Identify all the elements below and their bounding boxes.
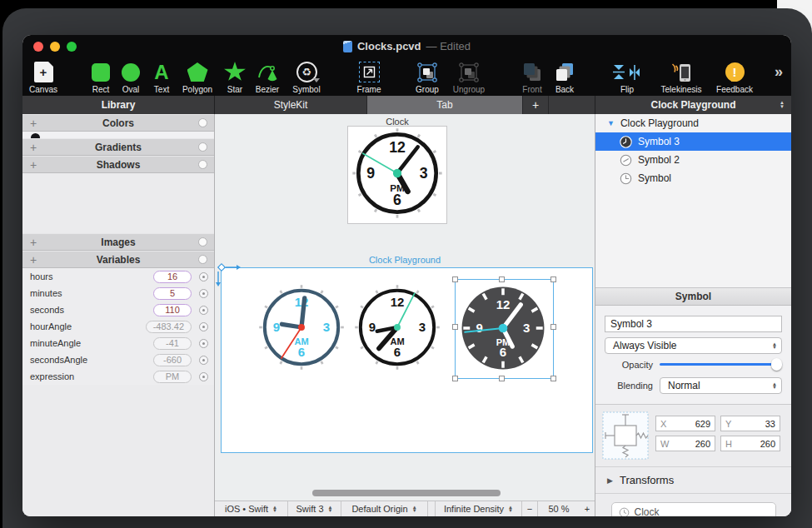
section-radio-icon[interactable] bbox=[198, 237, 207, 247]
section-radio-icon[interactable] bbox=[198, 160, 207, 169]
variable-value-field[interactable]: PM bbox=[153, 371, 192, 383]
springs-struts-widget[interactable] bbox=[602, 411, 649, 460]
add-shadow-button[interactable]: + bbox=[30, 159, 37, 171]
resize-handle[interactable] bbox=[499, 376, 505, 381]
drawing-picker-dropdown[interactable]: Clock bbox=[611, 502, 776, 516]
variable-row-secondsangle: secondsAngle -660 bbox=[22, 351, 214, 368]
toolbar-canvas[interactable]: + Canvas bbox=[22, 61, 71, 94]
library-section-gradients[interactable]: + Gradients bbox=[22, 138, 214, 156]
zoom-out-button[interactable]: − bbox=[522, 501, 538, 516]
zoom-in-button[interactable]: + bbox=[580, 501, 595, 516]
variable-value-field[interactable]: 5 bbox=[153, 287, 192, 300]
svg-text:3: 3 bbox=[323, 320, 330, 334]
toolbar-back[interactable]: Back bbox=[537, 61, 592, 94]
disclosure-open-icon[interactable]: ▼ bbox=[607, 119, 615, 127]
horizontal-scrollbar[interactable] bbox=[312, 490, 501, 496]
library-section-shadows[interactable]: + Shadows bbox=[22, 156, 214, 173]
variable-value-field[interactable]: -483.42 bbox=[146, 321, 192, 333]
add-tab-button[interactable]: + bbox=[523, 96, 549, 114]
transforms-disclosure[interactable]: ▶ Transforms bbox=[595, 466, 791, 493]
opacity-slider[interactable] bbox=[660, 358, 782, 371]
language-picker[interactable]: Swift 3 ▲▼ bbox=[288, 501, 341, 516]
variable-target-icon[interactable] bbox=[199, 289, 208, 298]
variable-target-icon[interactable] bbox=[199, 272, 208, 281]
playground-label[interactable]: Clock Playground bbox=[215, 255, 595, 265]
variable-value-field[interactable]: 16 bbox=[153, 271, 192, 283]
zoom-level[interactable]: 50 % bbox=[538, 501, 580, 516]
canvas-picker-stepper-icon[interactable]: ▲▼ bbox=[780, 101, 785, 109]
x-position-field[interactable]: X629 bbox=[655, 416, 715, 431]
symbol-name-field[interactable]: Symbol 3 bbox=[605, 316, 782, 332]
telekinesis-phone-icon bbox=[670, 61, 692, 83]
svg-text:6: 6 bbox=[298, 345, 305, 359]
clock-playground-canvas[interactable]: 12369AM 12369AM 12369PM bbox=[221, 267, 593, 453]
clock-artboard[interactable]: 12369PM bbox=[347, 126, 447, 224]
tree-item-symbol-3[interactable]: Symbol 3 bbox=[595, 132, 791, 151]
section-radio-icon[interactable] bbox=[198, 142, 207, 152]
toolbar-telekinesis[interactable]: Telekinesis bbox=[654, 61, 709, 94]
tree-item-symbol-2[interactable]: Symbol 2 bbox=[595, 151, 791, 169]
density-picker[interactable]: Infinite Density ▲▼ bbox=[436, 501, 522, 516]
clock-symbol-icon bbox=[620, 154, 632, 167]
clock-symbol-icon bbox=[619, 507, 630, 517]
stepper-icon: ▲▼ bbox=[772, 342, 777, 350]
platform-picker[interactable]: iOS • Swift ▲▼ bbox=[215, 501, 288, 516]
tab-tab[interactable]: Tab bbox=[367, 96, 523, 114]
tree-item-clock-playground[interactable]: ▼ Clock Playground bbox=[595, 114, 791, 132]
width-field[interactable]: W260 bbox=[655, 436, 715, 451]
height-field[interactable]: H260 bbox=[720, 436, 780, 451]
overflow-chevron-icon: » bbox=[775, 63, 783, 81]
playground-clock-2[interactable]: 12369AM bbox=[353, 283, 441, 371]
blending-dropdown[interactable]: Normal ▲▼ bbox=[660, 377, 782, 394]
clock-drawing[interactable]: 12369PM bbox=[351, 127, 444, 223]
variable-value-field[interactable]: 110 bbox=[153, 304, 192, 316]
resize-handle[interactable] bbox=[452, 324, 458, 330]
resize-handle[interactable] bbox=[550, 324, 556, 330]
svg-text:6: 6 bbox=[393, 192, 401, 208]
variable-value-field[interactable]: -660 bbox=[153, 354, 192, 366]
color-swatch-row[interactable] bbox=[22, 132, 214, 138]
toolbar-flip[interactable]: Flip bbox=[600, 61, 655, 94]
toolbar-overflow[interactable]: » bbox=[751, 61, 791, 83]
variable-target-icon[interactable] bbox=[199, 356, 208, 365]
add-image-button[interactable]: + bbox=[30, 237, 37, 248]
y-position-field[interactable]: Y33 bbox=[720, 416, 780, 431]
toolbar-ungroup[interactable]: Ungroup bbox=[441, 61, 496, 94]
slider-knob[interactable] bbox=[771, 358, 782, 371]
resize-handle[interactable] bbox=[452, 276, 458, 282]
canvas-icon: + bbox=[34, 62, 53, 82]
variable-target-icon[interactable] bbox=[199, 339, 208, 348]
library-section-variables[interactable]: + Variables bbox=[22, 251, 214, 268]
send-to-back-icon bbox=[554, 61, 575, 83]
toolbar-frame[interactable]: Frame bbox=[341, 61, 396, 94]
resize-handle[interactable] bbox=[550, 376, 556, 381]
tree-item-symbol[interactable]: Symbol bbox=[595, 169, 791, 187]
add-gradient-button[interactable]: + bbox=[30, 142, 37, 153]
resize-handle[interactable] bbox=[499, 276, 505, 282]
resize-handle[interactable] bbox=[452, 376, 458, 381]
library-section-colors[interactable]: + Colors bbox=[22, 114, 214, 132]
resize-handle[interactable] bbox=[550, 276, 556, 282]
variable-value-field[interactable]: -41 bbox=[153, 337, 192, 350]
variable-target-icon[interactable] bbox=[199, 322, 208, 331]
tab-stylekit[interactable]: StyleKit bbox=[215, 96, 367, 114]
origin-arrows-icon bbox=[215, 260, 247, 293]
toolbar-symbol[interactable]: ♻ Symbol bbox=[279, 61, 334, 94]
playground-clock-1[interactable]: 12369AM bbox=[257, 283, 346, 371]
section-radio-icon[interactable] bbox=[198, 118, 207, 127]
library-section-images[interactable]: + Images bbox=[22, 233, 214, 251]
add-color-button[interactable]: + bbox=[30, 117, 37, 129]
inspector-panel: ▼ Clock Playground Symbol 3 bbox=[595, 114, 791, 516]
slider-track bbox=[660, 363, 782, 366]
section-radio-icon[interactable] bbox=[198, 255, 207, 264]
origin-picker[interactable]: Default Origin ▲▼ bbox=[341, 501, 428, 516]
selection-rectangle[interactable] bbox=[455, 279, 554, 379]
disclosure-closed-icon: ▶ bbox=[607, 476, 613, 485]
blending-label: Blending bbox=[605, 381, 653, 391]
variable-target-icon[interactable] bbox=[199, 372, 208, 381]
visibility-dropdown[interactable]: Always Visible ▲▼ bbox=[605, 337, 782, 354]
add-variable-button[interactable]: + bbox=[30, 254, 37, 266]
canvas-area[interactable]: Clock 12369PM Clock Playground 12369AM 1… bbox=[215, 114, 595, 501]
variable-target-icon[interactable] bbox=[199, 306, 208, 315]
stepper-icon: ▲▼ bbox=[772, 382, 777, 390]
